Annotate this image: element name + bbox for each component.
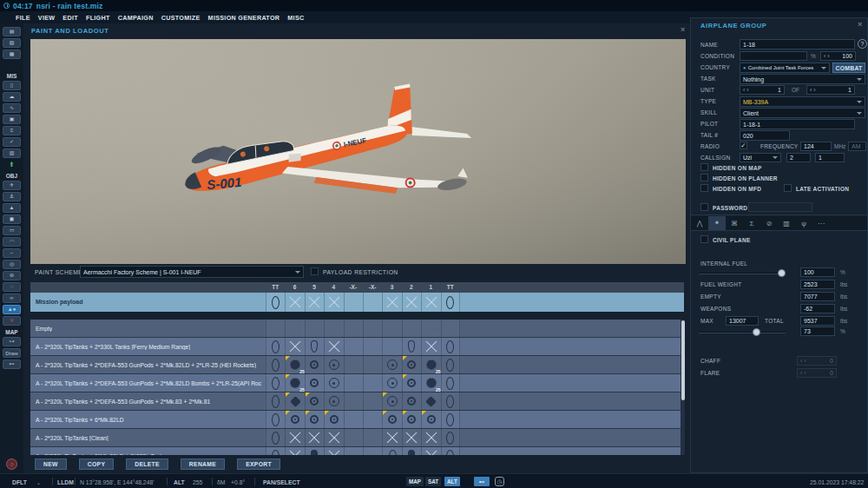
payload-cell[interactable] bbox=[305, 411, 324, 428]
loadout-row[interactable]: A - 2*320L TipTanks + 6*Mk.82LD bbox=[30, 411, 684, 429]
route-tab[interactable]: ⋀ bbox=[691, 216, 708, 230]
slider-thumb[interactable] bbox=[778, 269, 786, 277]
payload-cell[interactable] bbox=[382, 392, 401, 410]
scrollbar-thumb[interactable] bbox=[681, 320, 685, 400]
payload-cell[interactable] bbox=[324, 429, 343, 446]
paint-scheme-dropdown[interactable]: Aermacchi Factory Scheme | S-001 I-NEUF bbox=[80, 266, 304, 278]
payload-cell[interactable] bbox=[402, 411, 421, 428]
payload-cell[interactable] bbox=[441, 356, 460, 373]
measure-tool-icon[interactable]: ⊷ bbox=[3, 359, 21, 369]
payload-cell[interactable] bbox=[363, 293, 382, 312]
summary-tab[interactable]: Σ bbox=[743, 216, 760, 230]
airplane-group-icon[interactable]: ✈ bbox=[3, 181, 21, 190]
country-dropdown[interactable]: ● Combined Joint Task Forces bbox=[740, 63, 830, 73]
payload-cell[interactable] bbox=[344, 429, 363, 446]
payload-cell[interactable] bbox=[402, 293, 421, 312]
delete-button[interactable]: DELETE bbox=[126, 458, 168, 470]
vehicle-group-icon[interactable]: ◼ bbox=[3, 214, 21, 224]
payload-cell[interactable] bbox=[305, 447, 324, 455]
menu-item-customize[interactable]: CUSTOMIZE bbox=[161, 14, 201, 22]
triggers-icon[interactable]: ▣ bbox=[3, 115, 21, 124]
payload-cell[interactable] bbox=[266, 447, 285, 455]
payload-cell[interactable] bbox=[441, 411, 460, 428]
payload-cell[interactable] bbox=[382, 293, 401, 312]
payload-cell[interactable] bbox=[266, 374, 285, 392]
condition-bar[interactable] bbox=[740, 51, 807, 61]
payload-cell[interactable] bbox=[266, 320, 285, 337]
combat-button[interactable]: COMBAT bbox=[832, 63, 865, 73]
unit-of-stepper[interactable]: 1 bbox=[806, 85, 855, 95]
close-icon[interactable]: × bbox=[681, 26, 685, 34]
weather-icon[interactable]: ☁ bbox=[3, 92, 21, 102]
payload-cell[interactable] bbox=[402, 338, 421, 355]
rename-button[interactable]: RENAME bbox=[181, 458, 225, 470]
tail-number-input[interactable]: 020 bbox=[740, 130, 790, 141]
payload-cell[interactable] bbox=[305, 429, 324, 446]
copy-button[interactable]: COPY bbox=[79, 458, 114, 470]
goals-icon[interactable]: ≡ bbox=[3, 126, 21, 135]
save-mission-icon[interactable]: ▦ bbox=[3, 49, 21, 59]
loadout-row[interactable]: A - 2*320L TipTanks + 2*Mk.82LD + 2*330L… bbox=[30, 447, 684, 455]
briefing-icon[interactable]: ▯ bbox=[3, 81, 21, 90]
max-weight-input[interactable]: 13007 bbox=[726, 316, 759, 326]
payload-cell[interactable] bbox=[324, 293, 343, 312]
more-tab[interactable]: ⋯ bbox=[812, 216, 830, 230]
payload-cell[interactable] bbox=[285, 293, 304, 312]
map-preset-dropdown[interactable]: DFLT bbox=[12, 479, 27, 485]
payload-cell[interactable] bbox=[344, 447, 363, 455]
helicopter-group-icon[interactable]: ⚓ bbox=[3, 192, 21, 201]
payload-cell[interactable] bbox=[382, 447, 401, 455]
payload-cell[interactable] bbox=[421, 392, 440, 410]
payload-cell[interactable] bbox=[344, 320, 363, 337]
fuel-weight-input[interactable]: 2523 bbox=[800, 280, 835, 289]
payload-cell[interactable] bbox=[285, 320, 304, 337]
internal-fuel-slider[interactable] bbox=[699, 269, 786, 277]
time-icon[interactable]: ◷ bbox=[495, 477, 504, 486]
internal-fuel-input[interactable]: 100 bbox=[800, 267, 835, 277]
name-input[interactable]: 1-18 bbox=[740, 39, 855, 49]
callsign-dropdown[interactable]: Uzi bbox=[740, 153, 781, 162]
task-dropdown[interactable]: Nothing bbox=[740, 74, 865, 84]
payload-restriction-checkbox[interactable] bbox=[311, 267, 319, 275]
rules-icon[interactable]: ∿ bbox=[3, 103, 21, 113]
payload-cell[interactable] bbox=[285, 429, 304, 446]
payload-cell[interactable] bbox=[305, 338, 324, 355]
payload-cell[interactable] bbox=[382, 356, 401, 373]
payload-cell[interactable] bbox=[305, 293, 324, 312]
loadout-scrollbar[interactable] bbox=[681, 320, 685, 455]
payload-cell[interactable] bbox=[441, 293, 460, 312]
payload-cell[interactable] bbox=[266, 392, 285, 410]
payload-cell[interactable] bbox=[324, 338, 343, 355]
payload-cell[interactable] bbox=[266, 356, 285, 373]
validate-icon[interactable]: ✓ bbox=[3, 137, 21, 147]
new-mission-icon[interactable]: ▤ bbox=[3, 27, 21, 36]
payload-cell[interactable] bbox=[402, 392, 421, 410]
payload-cell[interactable] bbox=[402, 429, 421, 446]
payload-cell[interactable] bbox=[402, 356, 421, 373]
resources-icon[interactable]: ▥ bbox=[3, 148, 21, 158]
payload-cell[interactable] bbox=[324, 447, 343, 455]
payload-cell[interactable]: 25 bbox=[285, 356, 304, 373]
payload-cell[interactable] bbox=[324, 374, 343, 392]
flare-stepper[interactable]: 0 bbox=[797, 368, 837, 378]
open-mission-icon[interactable]: ▧ bbox=[3, 38, 21, 48]
payload-cell[interactable] bbox=[441, 392, 460, 410]
heading-tool-icon[interactable]: − bbox=[3, 248, 21, 258]
draw-button[interactable]: Draw bbox=[3, 348, 21, 358]
bullseye-icon[interactable]: ⊚ bbox=[3, 271, 21, 280]
export-button[interactable]: EXPORT bbox=[237, 458, 280, 470]
payload-cell[interactable] bbox=[382, 374, 401, 392]
payload-cell[interactable] bbox=[344, 374, 363, 392]
payload-cell[interactable] bbox=[324, 356, 343, 373]
unit-count-stepper[interactable]: 1 bbox=[740, 85, 785, 95]
payload-cell[interactable] bbox=[344, 392, 363, 410]
payload-cell[interactable] bbox=[344, 356, 363, 373]
payload-cell[interactable] bbox=[363, 429, 382, 446]
payload-cell[interactable] bbox=[305, 374, 324, 392]
loadout-row[interactable]: A - 2*320L TipTanks [Clean] bbox=[30, 429, 684, 447]
payload-cell[interactable] bbox=[285, 392, 304, 410]
payload-cell[interactable] bbox=[441, 374, 460, 392]
measure-icon[interactable]: ⊷ bbox=[474, 477, 490, 486]
payload-cell[interactable] bbox=[324, 392, 343, 410]
modulation-dropdown[interactable]: AM bbox=[848, 142, 866, 151]
